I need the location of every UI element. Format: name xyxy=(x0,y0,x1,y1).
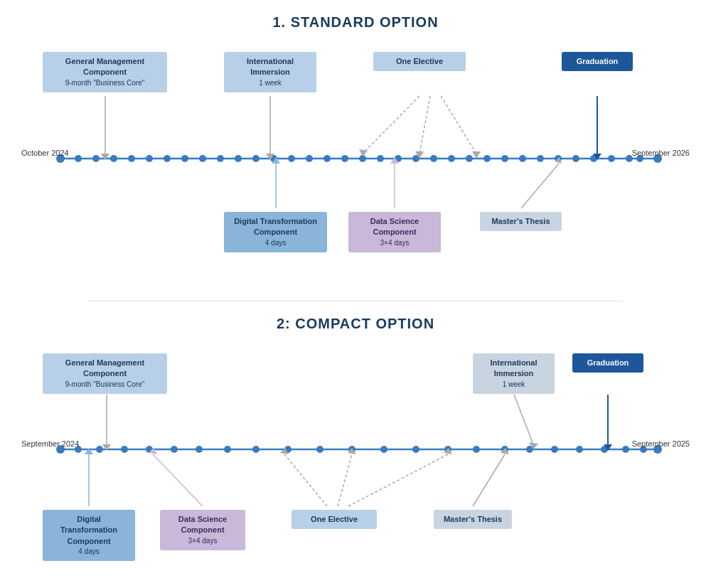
svg-point-60 xyxy=(146,446,153,453)
svg-point-71 xyxy=(473,446,480,453)
elective-box-2: One Elective xyxy=(292,510,377,529)
gmc-sub-2: 9-month "Business Core" xyxy=(48,380,161,390)
intl-box-1: International Immersion 1 week xyxy=(224,52,316,92)
dsc-sub-2: 3×4 days xyxy=(166,536,240,546)
dsc-box-2: Data Science Component 3×4 days xyxy=(160,510,245,550)
svg-marker-90 xyxy=(280,448,289,454)
svg-line-81 xyxy=(514,395,533,444)
elective-title-2: One Elective xyxy=(297,514,371,525)
svg-point-26 xyxy=(483,155,491,162)
svg-marker-37 xyxy=(101,154,109,160)
svg-point-14 xyxy=(270,155,277,162)
svg-point-65 xyxy=(284,446,292,453)
svg-point-33 xyxy=(608,155,615,162)
dtc-box-2: Digital Transformation Component 4 days xyxy=(43,510,135,561)
svg-point-32 xyxy=(590,155,597,162)
svg-point-66 xyxy=(316,446,324,453)
dtc-sub-1: 4 days xyxy=(230,238,321,248)
svg-point-10 xyxy=(199,155,206,162)
svg-point-9 xyxy=(181,155,188,162)
dsc-sub-1: 3×4 days xyxy=(354,238,435,248)
standard-option-section: 1. STANDARD OPTION xyxy=(21,14,690,279)
elective-title-1: One Elective xyxy=(379,56,460,67)
svg-marker-84 xyxy=(604,444,612,451)
compact-option-title: 2: COMPACT OPTION xyxy=(21,316,690,332)
svg-marker-82 xyxy=(529,442,538,449)
svg-point-67 xyxy=(348,446,356,453)
svg-marker-41 xyxy=(359,149,368,156)
svg-point-61 xyxy=(171,446,178,453)
svg-marker-80 xyxy=(102,444,111,451)
svg-marker-86 xyxy=(85,448,93,454)
dsc-box-1: Data Science Component 3×4 days xyxy=(348,212,441,252)
gmc-title-2: General Management Component xyxy=(48,358,161,380)
dtc-box-1: Digital Transformation Component 4 days xyxy=(224,212,327,252)
end-date-1: September 2026 xyxy=(632,148,690,159)
svg-point-74 xyxy=(551,446,558,453)
page: 1. STANDARD OPTION xyxy=(0,0,711,588)
svg-point-24 xyxy=(448,155,455,162)
svg-point-8 xyxy=(164,155,171,162)
svg-line-93 xyxy=(348,454,448,506)
svg-point-77 xyxy=(622,446,629,453)
svg-point-21 xyxy=(395,155,402,162)
svg-marker-53 xyxy=(555,157,562,164)
svg-point-22 xyxy=(412,155,419,162)
thesis-title-2: Master's Thesis xyxy=(439,514,506,525)
svg-line-42 xyxy=(419,96,430,154)
intl-sub-2: 1 week xyxy=(479,380,549,390)
gmc-box-1: General Management Component 9-month "Bu… xyxy=(43,52,167,92)
standard-diagram: October 2024 September 2026 General Mana… xyxy=(21,38,690,279)
svg-point-63 xyxy=(224,446,231,453)
svg-point-3 xyxy=(75,155,82,162)
dsc-title-2: Data Science Component xyxy=(166,514,240,536)
svg-point-12 xyxy=(235,155,242,162)
svg-point-31 xyxy=(572,155,579,162)
svg-point-70 xyxy=(444,446,451,453)
svg-point-27 xyxy=(501,155,508,162)
svg-marker-96 xyxy=(501,448,509,454)
svg-point-30 xyxy=(555,155,562,162)
svg-point-16 xyxy=(306,155,313,162)
svg-marker-51 xyxy=(390,157,399,164)
compact-option-section: 2: COMPACT OPTION xyxy=(21,316,690,567)
svg-point-15 xyxy=(288,155,295,162)
dtc-title-2: Digital Transformation Component xyxy=(48,514,129,547)
intl-title-1: International Immersion xyxy=(230,56,311,78)
svg-point-19 xyxy=(359,155,366,162)
svg-point-5 xyxy=(110,155,117,162)
section-divider xyxy=(88,301,623,301)
svg-marker-88 xyxy=(149,448,157,454)
svg-point-73 xyxy=(526,446,533,453)
intl-box-2: International Immersion 1 week xyxy=(473,353,555,394)
svg-point-7 xyxy=(146,155,153,162)
svg-point-59 xyxy=(121,446,128,453)
svg-point-29 xyxy=(537,155,544,162)
dsc-title-1: Data Science Component xyxy=(354,216,435,238)
thesis-title-1: Master's Thesis xyxy=(486,216,556,227)
svg-point-18 xyxy=(341,155,348,162)
end-date-2: September 2025 xyxy=(632,439,690,449)
svg-point-68 xyxy=(380,446,387,453)
grad-title-2: Graduation xyxy=(578,358,638,368)
gmc-box-2: General Management Component 9-month "Bu… xyxy=(43,353,167,394)
grad-box-2: Graduation xyxy=(572,353,643,373)
start-date-2: September 2024 xyxy=(21,439,79,449)
svg-marker-47 xyxy=(593,154,602,160)
grad-title-1: Graduation xyxy=(567,56,627,67)
gmc-sub-1: 9-month "Business Core" xyxy=(48,78,161,88)
svg-point-4 xyxy=(92,155,100,162)
svg-point-76 xyxy=(601,446,608,453)
svg-point-28 xyxy=(519,155,526,162)
svg-point-64 xyxy=(252,446,260,453)
dtc-sub-2: 4 days xyxy=(48,547,129,557)
svg-point-20 xyxy=(377,155,384,162)
svg-point-25 xyxy=(466,155,473,162)
compact-diagram: September 2024 September 2025 General Ma… xyxy=(21,339,690,567)
svg-line-52 xyxy=(521,164,559,208)
svg-line-95 xyxy=(473,454,505,506)
svg-marker-49 xyxy=(272,157,280,164)
svg-point-75 xyxy=(576,446,583,453)
svg-line-87 xyxy=(153,454,203,506)
svg-line-44 xyxy=(441,96,476,154)
